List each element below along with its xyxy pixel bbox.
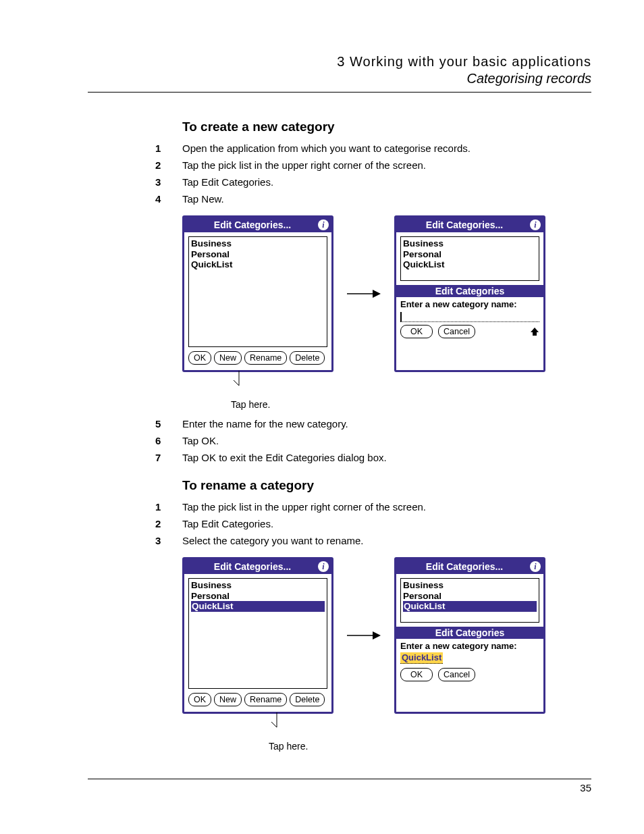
list-item[interactable]: Business <box>403 238 537 249</box>
list-item-selected[interactable]: QuickList <box>403 601 537 612</box>
category-name-input[interactable] <box>400 311 539 322</box>
info-icon[interactable]: i <box>318 561 329 572</box>
list-item[interactable]: Business <box>191 238 325 249</box>
svg-line-8 <box>271 722 277 727</box>
dialog-title: Edit Categories... <box>187 561 318 572</box>
edit-categories-dialog-left: Edit Categories... i Business Personal Q… <box>182 557 333 714</box>
prompt-label: Enter a new category name: <box>400 641 539 651</box>
ok-button[interactable]: OK <box>188 351 211 365</box>
sub-dialog-title: Edit Categories <box>396 627 543 639</box>
steps-create-cont: 5Enter the name for the new category. 6T… <box>182 417 591 465</box>
delete-button[interactable]: Delete <box>290 351 325 365</box>
page-number: 35 <box>88 782 591 793</box>
step-text: Open the application from which you want… <box>182 141 471 155</box>
edit-categories-dialog-left: Edit Categories... i Business Personal Q… <box>182 215 333 372</box>
edit-categories-dialog-right: Edit Categories... i Business Personal Q… <box>394 215 545 372</box>
list-item[interactable]: Personal <box>403 591 537 602</box>
category-list[interactable]: Business Personal QuickList <box>188 578 327 689</box>
heading-rename-category: To rename a category <box>182 478 591 493</box>
step-text: Tap OK to exit the Edit Categories dialo… <box>182 450 387 465</box>
list-item-selected[interactable]: QuickList <box>191 601 325 612</box>
step-text: Tap Edit Categories. <box>182 175 273 189</box>
info-icon[interactable]: i <box>318 219 329 230</box>
ok-button[interactable]: OK <box>400 668 433 681</box>
footer: 35 <box>88 779 591 793</box>
svg-marker-2 <box>531 328 539 336</box>
steps-create: 1Open the application from which you wan… <box>182 141 591 206</box>
category-list[interactable]: Business Personal QuickList <box>188 236 327 347</box>
new-button[interactable]: New <box>214 351 242 365</box>
list-item[interactable]: QuickList <box>403 259 537 270</box>
category-name-input[interactable]: QuickList <box>400 652 443 664</box>
button-row: OK New Rename Delete <box>184 351 331 370</box>
rename-button[interactable]: Rename <box>244 693 287 706</box>
step-text: Tap OK. <box>182 434 219 448</box>
header-rule <box>88 92 591 93</box>
footer-rule <box>88 779 591 779</box>
list-item[interactable]: Business <box>403 580 537 591</box>
chapter-title: 3 Working with your basic applications <box>88 54 591 70</box>
list-item[interactable]: Business <box>191 580 325 591</box>
sub-dialog: Enter a new category name: QuickList OK … <box>396 639 543 684</box>
section-title: Categorising records <box>88 71 591 86</box>
ok-button[interactable]: OK <box>400 325 433 338</box>
cancel-button[interactable]: Cancel <box>438 668 475 681</box>
delete-button[interactable]: Delete <box>290 693 325 706</box>
list-item[interactable]: Personal <box>191 591 325 602</box>
new-button[interactable]: New <box>214 693 242 706</box>
figure-caption: Tap here. <box>231 399 591 410</box>
svg-marker-6 <box>373 631 381 640</box>
dialog-title: Edit Categories... <box>187 219 318 230</box>
dialog-title: Edit Categories... <box>399 219 530 230</box>
arrow-right-icon <box>347 630 381 641</box>
figure-row-2: Edit Categories... i Business Personal Q… <box>182 557 591 714</box>
running-header: 3 Working with your basic applications C… <box>88 54 591 86</box>
callout-pointer <box>182 716 591 737</box>
step-text: Tap New. <box>182 192 224 206</box>
titlebar: Edit Categories... i <box>396 217 543 232</box>
arrow-right-icon <box>347 288 381 299</box>
dialog-title: Edit Categories... <box>399 561 530 572</box>
category-list[interactable]: Business Personal QuickList <box>400 578 539 623</box>
steps-rename: 1Tap the pick list in the upper right co… <box>182 500 591 548</box>
figure-caption: Tap here. <box>269 741 591 752</box>
sub-dialog-title: Edit Categories <box>396 285 543 297</box>
step-text: Enter the name for the new category. <box>182 417 348 431</box>
svg-marker-1 <box>373 290 381 298</box>
ok-button[interactable]: OK <box>188 693 211 706</box>
titlebar: Edit Categories... i <box>184 559 331 574</box>
step-text: Tap the pick list in the upper right cor… <box>182 500 426 514</box>
cancel-button[interactable]: Cancel <box>438 325 475 338</box>
prompt-label: Enter a new category name: <box>400 299 539 309</box>
figure-row-1: Edit Categories... i Business Personal Q… <box>182 215 591 372</box>
list-item[interactable]: Personal <box>191 249 325 260</box>
svg-line-4 <box>234 380 239 386</box>
button-row: OK New Rename Delete <box>184 693 331 712</box>
sub-dialog: Enter a new category name: OK Cancel <box>396 297 543 341</box>
rename-button[interactable]: Rename <box>244 351 287 365</box>
callout-pointer <box>182 375 591 395</box>
step-text: Select the category you want to rename. <box>182 533 363 548</box>
info-icon[interactable]: i <box>530 561 541 572</box>
list-item[interactable]: Personal <box>403 249 537 260</box>
step-text: Tap Edit Categories. <box>182 517 273 531</box>
category-list[interactable]: Business Personal QuickList <box>400 236 539 281</box>
step-text: Tap the pick list in the upper right cor… <box>182 158 426 172</box>
titlebar: Edit Categories... i <box>396 559 543 574</box>
heading-create-category: To create a new category <box>182 120 591 134</box>
titlebar: Edit Categories... i <box>184 217 331 232</box>
shift-icon <box>530 327 539 336</box>
edit-categories-dialog-right: Edit Categories... i Business Personal Q… <box>394 557 545 714</box>
info-icon[interactable]: i <box>530 219 541 230</box>
list-item[interactable]: QuickList <box>191 259 325 270</box>
